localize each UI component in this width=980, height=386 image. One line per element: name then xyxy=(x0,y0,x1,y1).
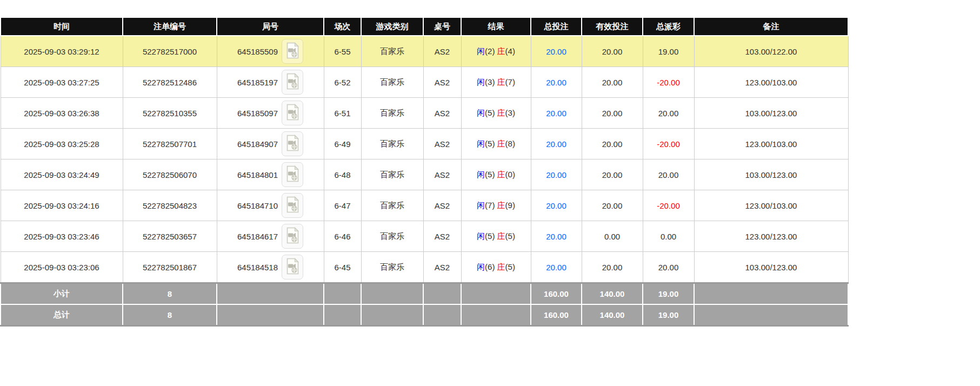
cell-session: 6-46 xyxy=(324,221,361,252)
cell-payout: 19.00 xyxy=(643,36,694,67)
cell-payout: 20.00 xyxy=(643,252,694,283)
footer-label: 总计 xyxy=(1,304,123,326)
table-row[interactable]: 2025-09-03 03:27:25522782512486645185197… xyxy=(1,67,848,98)
cell-game-type: 百家乐 xyxy=(361,221,423,252)
cell-table-no: AS2 xyxy=(423,252,461,283)
table-row[interactable]: 2025-09-03 03:25:28522782507701645184907… xyxy=(1,129,848,159)
column-header-3: 场次 xyxy=(324,17,361,36)
cell-table-no: AS2 xyxy=(423,36,461,67)
result-player-score: (7) xyxy=(485,201,495,210)
cell-payout: 20.00 xyxy=(643,98,694,129)
column-header-7: 总投注 xyxy=(531,17,582,36)
cell-remark: 123.00/123.00 xyxy=(694,221,848,252)
result-banker-score: (0) xyxy=(505,170,515,179)
cell-result: 闲(5) 庄(5) xyxy=(461,221,531,252)
table-row[interactable]: 2025-09-03 03:26:38522782510355645185097… xyxy=(1,98,848,129)
footer-valid-bet: 140.00 xyxy=(582,283,643,305)
round-cell: 645184518 xyxy=(219,255,322,279)
cell-game-type: 百家乐 xyxy=(361,159,423,190)
video-replay-button[interactable] xyxy=(282,162,303,187)
round-number: 645184710 xyxy=(237,201,278,210)
result-banker-label: 庄 xyxy=(497,77,505,86)
footer-count: 8 xyxy=(123,283,217,305)
video-replay-button[interactable] xyxy=(282,70,303,95)
video-file-icon xyxy=(285,165,300,184)
column-header-0: 时间 xyxy=(1,17,123,36)
cell-game-type: 百家乐 xyxy=(361,190,423,221)
cell-round-no: 645184617 xyxy=(217,221,324,252)
cell-total-bet: 20.00 xyxy=(531,129,582,159)
round-cell: 645184710 xyxy=(219,193,322,218)
video-file-icon xyxy=(285,196,300,215)
cell-time: 2025-09-03 03:25:28 xyxy=(1,129,123,159)
round-cell: 645184907 xyxy=(219,131,322,156)
cell-table-no: AS2 xyxy=(423,190,461,221)
cell-valid-bet: 20.00 xyxy=(582,36,643,67)
table-row[interactable]: 2025-09-03 03:23:06522782501867645184518… xyxy=(1,252,848,283)
round-cell: 645185509 xyxy=(219,39,322,64)
table-row[interactable]: 2025-09-03 03:23:46522782503657645184617… xyxy=(1,221,848,252)
cell-time: 2025-09-03 03:23:06 xyxy=(1,252,123,283)
cell-game-type: 百家乐 xyxy=(361,36,423,67)
video-file-icon xyxy=(285,258,300,276)
footer-empty-result xyxy=(461,304,531,326)
video-replay-button[interactable] xyxy=(282,101,303,125)
cell-round-no: 645184907 xyxy=(217,129,324,159)
table-row[interactable]: 2025-09-03 03:29:12522782517000645185509… xyxy=(1,36,848,67)
column-header-2: 局号 xyxy=(217,17,324,36)
cell-bet-no: 522782517000 xyxy=(123,36,217,67)
video-replay-button[interactable] xyxy=(282,193,303,218)
round-number: 645184907 xyxy=(237,139,278,149)
cell-result: 闲(5) 庄(3) xyxy=(461,98,531,129)
result-player-label: 闲 xyxy=(477,108,485,117)
cell-time: 2025-09-03 03:24:49 xyxy=(1,159,123,190)
cell-round-no: 645185509 xyxy=(217,36,324,67)
column-header-6: 结果 xyxy=(461,17,531,36)
video-replay-button[interactable] xyxy=(282,39,303,64)
cell-result: 闲(2) 庄(4) xyxy=(461,36,531,67)
table-row[interactable]: 2025-09-03 03:24:16522782504823645184710… xyxy=(1,190,848,221)
cell-payout: 20.00 xyxy=(643,159,694,190)
cell-remark: 123.00/103.00 xyxy=(694,190,848,221)
cell-session: 6-55 xyxy=(324,36,361,67)
result-player-score: (5) xyxy=(485,170,495,179)
page: 时间注单编号局号场次游戏类别桌号结果总投注有效投注总派彩备注 2025-09-0… xyxy=(0,0,980,327)
column-header-1: 注单编号 xyxy=(123,17,217,36)
footer-empty-session xyxy=(324,304,361,326)
result-player-score: (5) xyxy=(485,108,495,117)
video-replay-button[interactable] xyxy=(282,131,303,156)
cell-round-no: 645184801 xyxy=(217,159,324,190)
result-player-score: (5) xyxy=(485,139,495,148)
footer-empty-game xyxy=(361,304,423,326)
footer-payout: 19.00 xyxy=(643,283,694,305)
cell-game-type: 百家乐 xyxy=(361,129,423,159)
video-replay-button[interactable] xyxy=(282,224,303,249)
cell-game-type: 百家乐 xyxy=(361,67,423,98)
cell-round-no: 645185197 xyxy=(217,67,324,98)
round-cell: 645184801 xyxy=(219,162,322,187)
round-number: 645185197 xyxy=(237,78,278,87)
cell-valid-bet: 20.00 xyxy=(582,159,643,190)
cell-result: 闲(3) 庄(7) xyxy=(461,67,531,98)
cell-session: 6-52 xyxy=(324,67,361,98)
result-player-score: (6) xyxy=(485,262,495,271)
footer-remark xyxy=(694,283,848,305)
result-banker-label: 庄 xyxy=(497,139,505,148)
cell-table-no: AS2 xyxy=(423,221,461,252)
cell-time: 2025-09-03 03:29:12 xyxy=(1,36,123,67)
video-file-icon xyxy=(285,135,300,153)
footer-remark xyxy=(694,304,848,326)
result-player-label: 闲 xyxy=(477,170,485,179)
round-number: 645184518 xyxy=(237,263,278,272)
cell-valid-bet: 0.00 xyxy=(582,221,643,252)
cell-total-bet: 20.00 xyxy=(531,159,582,190)
table-row[interactable]: 2025-09-03 03:24:49522782506070645184801… xyxy=(1,159,848,190)
footer-empty-session xyxy=(324,283,361,305)
total-row: 总计8160.00140.0019.00 xyxy=(1,304,848,326)
result-banker-score: (7) xyxy=(505,77,515,86)
result-banker-label: 庄 xyxy=(497,170,505,179)
video-file-icon xyxy=(285,104,300,122)
video-replay-button[interactable] xyxy=(282,255,303,279)
footer-label: 小计 xyxy=(1,283,123,305)
result-banker-label: 庄 xyxy=(497,108,505,117)
